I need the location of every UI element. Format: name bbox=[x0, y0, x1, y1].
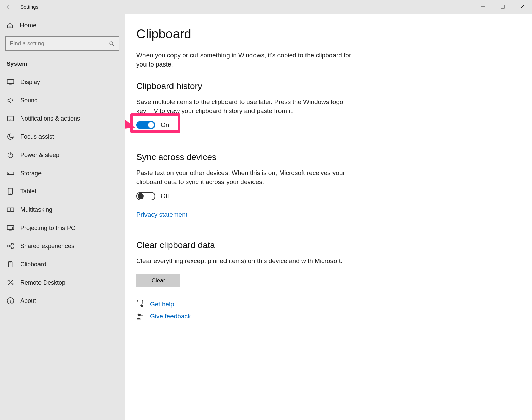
monitor-icon bbox=[7, 78, 14, 86]
svg-point-12 bbox=[11, 243, 14, 245]
get-help-link[interactable]: Get help bbox=[150, 300, 174, 308]
history-toggle-row: On bbox=[136, 121, 521, 129]
history-desc: Save multiple items to the clipboard to … bbox=[136, 98, 352, 115]
sync-heading: Sync across devices bbox=[136, 152, 521, 162]
feedback-link[interactable]: Give feedback bbox=[150, 313, 191, 320]
sidebar-item-notifications[interactable]: Notifications & actions bbox=[0, 109, 125, 128]
main-content: Clipboard When you copy or cut something… bbox=[125, 14, 532, 420]
titlebar: Settings bbox=[0, 0, 532, 14]
sidebar-item-focus-assist[interactable]: Focus assist bbox=[0, 128, 125, 146]
close-button[interactable] bbox=[512, 0, 532, 14]
search-input[interactable] bbox=[10, 40, 108, 47]
sync-desc: Paste text on your other devices. When t… bbox=[136, 168, 352, 186]
sidebar-group-label: System bbox=[0, 57, 125, 73]
sidebar-item-label: Storage bbox=[20, 170, 42, 177]
sidebar-item-label: Multitasking bbox=[20, 206, 52, 213]
sidebar-item-label: About bbox=[20, 297, 36, 305]
sidebar-item-label: Projecting to this PC bbox=[20, 225, 75, 232]
sidebar-item-label: Remote Desktop bbox=[20, 279, 65, 286]
share-icon bbox=[7, 242, 14, 250]
tablet-icon bbox=[7, 188, 14, 195]
speaker-icon bbox=[7, 97, 14, 104]
sidebar-item-label: Focus assist bbox=[20, 133, 54, 140]
close-icon bbox=[520, 5, 524, 9]
sidebar-item-storage[interactable]: Storage bbox=[0, 164, 125, 182]
sidebar: Home System Display Sound bbox=[0, 14, 125, 420]
sidebar-item-about[interactable]: About bbox=[0, 292, 125, 310]
info-icon bbox=[7, 297, 14, 305]
storage-icon bbox=[7, 169, 14, 177]
home-label: Home bbox=[20, 22, 37, 29]
help-icon bbox=[136, 300, 144, 308]
feedback-row[interactable]: Give feedback bbox=[136, 313, 521, 320]
projecting-icon bbox=[7, 224, 14, 232]
svg-point-6 bbox=[8, 173, 9, 174]
intro-text: When you copy or cut something in Window… bbox=[136, 51, 352, 69]
home-button[interactable]: Home bbox=[0, 20, 125, 36]
history-toggle[interactable] bbox=[136, 121, 155, 129]
svg-rect-9 bbox=[11, 208, 14, 212]
annotation-arrow bbox=[125, 71, 135, 133]
sidebar-item-label: Clipboard bbox=[20, 261, 46, 268]
sync-toggle-label: Off bbox=[161, 192, 169, 200]
svg-point-18 bbox=[138, 314, 140, 316]
window-title: Settings bbox=[17, 4, 38, 10]
home-icon bbox=[7, 22, 14, 29]
sidebar-item-label: Notifications & actions bbox=[20, 115, 80, 122]
privacy-link[interactable]: Privacy statement bbox=[136, 211, 187, 218]
sync-toggle-row: Off bbox=[136, 192, 521, 200]
sidebar-item-multitasking[interactable]: Multitasking bbox=[0, 201, 125, 219]
remote-desktop-icon bbox=[7, 279, 14, 286]
svg-marker-21 bbox=[125, 110, 135, 130]
sidebar-item-label: Power & sleep bbox=[20, 152, 59, 159]
get-help-row[interactable]: Get help bbox=[136, 300, 521, 308]
maximize-icon bbox=[501, 5, 505, 9]
maximize-button[interactable] bbox=[493, 0, 512, 14]
notification-icon bbox=[7, 115, 14, 122]
sidebar-item-power-sleep[interactable]: Power & sleep bbox=[0, 146, 125, 164]
minimize-button[interactable] bbox=[473, 0, 493, 14]
sidebar-item-clipboard[interactable]: Clipboard bbox=[0, 255, 125, 273]
sidebar-item-projecting[interactable]: Projecting to this PC bbox=[0, 219, 125, 237]
svg-rect-2 bbox=[7, 80, 14, 84]
sync-toggle[interactable] bbox=[136, 192, 155, 200]
page-title: Clipboard bbox=[136, 27, 521, 42]
sidebar-nav: Display Sound Notifications & actions Fo… bbox=[0, 73, 125, 310]
sidebar-item-label: Sound bbox=[20, 97, 38, 104]
search-box[interactable] bbox=[5, 36, 119, 51]
moon-icon bbox=[7, 133, 14, 140]
svg-point-17 bbox=[141, 305, 143, 307]
sidebar-item-remote-desktop[interactable]: Remote Desktop bbox=[0, 273, 125, 292]
search-icon bbox=[108, 41, 115, 46]
clipboard-icon bbox=[7, 261, 14, 268]
svg-point-1 bbox=[110, 42, 113, 45]
sidebar-item-label: Tablet bbox=[20, 188, 36, 195]
multitasking-icon bbox=[7, 206, 14, 213]
sidebar-item-label: Shared experiences bbox=[20, 243, 74, 250]
clear-desc: Clear everything (except pinned items) o… bbox=[136, 257, 352, 266]
history-toggle-label: On bbox=[161, 121, 169, 129]
sidebar-item-display[interactable]: Display bbox=[0, 73, 125, 91]
power-icon bbox=[7, 151, 14, 159]
svg-point-13 bbox=[11, 247, 14, 249]
svg-rect-0 bbox=[501, 5, 504, 8]
clear-heading: Clear clipboard data bbox=[136, 240, 521, 251]
clear-button[interactable]: Clear bbox=[136, 274, 180, 287]
sidebar-item-sound[interactable]: Sound bbox=[0, 91, 125, 109]
svg-rect-19 bbox=[141, 314, 143, 316]
svg-rect-8 bbox=[7, 208, 10, 212]
feedback-icon bbox=[136, 313, 144, 320]
minimize-icon bbox=[481, 5, 485, 9]
svg-rect-7 bbox=[8, 188, 13, 194]
history-heading: Clipboard history bbox=[136, 81, 521, 91]
sidebar-item-shared-experiences[interactable]: Shared experiences bbox=[0, 237, 125, 255]
arrow-left-icon bbox=[6, 4, 11, 9]
sidebar-item-tablet[interactable]: Tablet bbox=[0, 182, 125, 201]
back-button[interactable] bbox=[0, 0, 17, 14]
svg-point-11 bbox=[8, 245, 10, 247]
sidebar-item-label: Display bbox=[20, 79, 40, 86]
svg-rect-3 bbox=[8, 116, 14, 121]
